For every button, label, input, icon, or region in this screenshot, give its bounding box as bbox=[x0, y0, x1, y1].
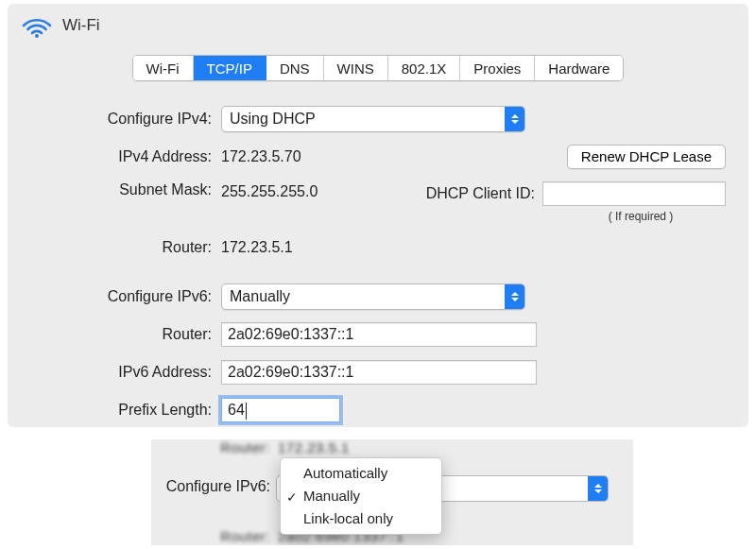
ipv4-address-label: IPv4 Address: bbox=[30, 148, 221, 165]
configure-ipv4-value: Using DHCP bbox=[222, 108, 505, 130]
svg-point-0 bbox=[35, 34, 39, 38]
configure-ipv6-select[interactable]: Manually bbox=[221, 283, 525, 310]
menu-item-link-local-only[interactable]: Link-local only bbox=[281, 507, 441, 530]
configure-ipv6-menu: Automatically✓ManuallyLink-local only bbox=[280, 457, 442, 535]
dhcp-client-id-label: DHCP Client ID: bbox=[426, 185, 535, 202]
configure-ipv4-label: Configure IPv4: bbox=[30, 111, 221, 128]
ipv6-router-input[interactable]: 2a02:69e0:1337::1 bbox=[221, 322, 537, 347]
configure-ipv6-label-2: Configure IPv6: bbox=[157, 478, 278, 495]
menu-item-manually[interactable]: ✓Manually bbox=[281, 485, 441, 507]
ipv4-router-value: 172.23.5.1 bbox=[221, 239, 293, 256]
wifi-icon bbox=[21, 13, 53, 38]
tab-proxies[interactable]: Proxies bbox=[460, 56, 535, 80]
prefix-length-input[interactable]: 64 bbox=[221, 398, 340, 422]
if-required-hint: ( If required ) bbox=[556, 210, 726, 223]
ipv6-address-label: IPv6 Address: bbox=[30, 364, 221, 381]
ipv4-router-label: Router: bbox=[30, 239, 221, 256]
menu-item-automatically[interactable]: Automatically bbox=[281, 462, 441, 485]
ipv6-router-label: Router: bbox=[30, 326, 221, 343]
stepper-icon bbox=[505, 107, 524, 131]
panel-title: Wi-Fi bbox=[62, 16, 100, 35]
renew-dhcp-lease-button[interactable]: Renew DHCP Lease bbox=[567, 145, 726, 169]
tab-hardware[interactable]: Hardware bbox=[535, 56, 623, 80]
tab-tcp-ip[interactable]: TCP/IP bbox=[194, 56, 266, 80]
checkmark-icon: ✓ bbox=[286, 488, 298, 506]
stepper-icon bbox=[505, 284, 524, 309]
tab-wi-fi[interactable]: Wi-Fi bbox=[133, 56, 194, 80]
configure-ipv4-select[interactable]: Using DHCP bbox=[221, 106, 525, 132]
configure-ipv6-label: Configure IPv6: bbox=[30, 288, 221, 305]
stepper-icon bbox=[588, 476, 608, 501]
text-cursor bbox=[246, 403, 247, 420]
subnet-mask-value: 255.255.255.0 bbox=[221, 181, 318, 200]
network-tcpip-panel: Wi-Fi Wi-FiTCP/IPDNSWINS802.1XProxiesHar… bbox=[8, 4, 748, 427]
ipv6-dropdown-fragment: Router: 172.23.5.1 Configure IPv6: Autom… bbox=[151, 439, 633, 545]
tab-dns[interactable]: DNS bbox=[266, 56, 324, 80]
dhcp-client-id-input[interactable] bbox=[542, 181, 726, 206]
tab-wins[interactable]: WINS bbox=[324, 56, 388, 80]
ipv6-address-input[interactable]: 2a02:69e0:1337::1 bbox=[221, 360, 537, 385]
prefix-length-label: Prefix Length: bbox=[30, 402, 221, 419]
configure-ipv6-value: Manually bbox=[222, 285, 505, 308]
tabs-bar: Wi-FiTCP/IPDNSWINS802.1XProxiesHardware bbox=[132, 55, 625, 81]
tab-802-1x[interactable]: 802.1X bbox=[388, 56, 461, 80]
subnet-mask-label: Subnet Mask: bbox=[30, 181, 221, 198]
ipv4-address-value: 172.23.5.70 bbox=[221, 148, 301, 165]
